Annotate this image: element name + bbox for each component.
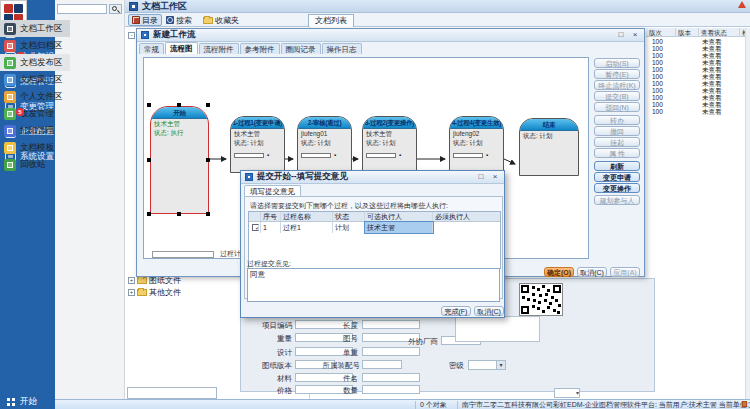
search-input[interactable]: [57, 4, 107, 14]
cancel-button[interactable]: 取消(C): [577, 267, 607, 277]
start-button[interactable]: 开始: [0, 394, 55, 409]
selection-handle[interactable]: [147, 158, 151, 162]
process-table-row[interactable]: ✓ 1 过程1 计划 技术主管: [249, 222, 500, 233]
table-row[interactable]: 100 未查看: [646, 59, 750, 66]
table-row[interactable]: 100 未查看: [646, 87, 750, 94]
nav-item-doc-archive[interactable]: 文档归档区: [0, 37, 70, 54]
node-end[interactable]: 结束 状态: 计划: [519, 118, 579, 176]
column-header-view-status[interactable]: 查看状态: [701, 28, 727, 37]
finish-button[interactable]: 完成(F): [441, 306, 471, 316]
table-scrollbar[interactable]: [745, 28, 750, 399]
close-button[interactable]: ×: [628, 30, 642, 40]
tab-general[interactable]: 常规: [139, 43, 164, 54]
table-row[interactable]: 100 未查看: [646, 101, 750, 108]
catalog-button[interactable]: 目录: [128, 14, 162, 26]
object-count: 0 个对象: [420, 401, 447, 409]
ok-button[interactable]: 确定(O): [544, 267, 574, 277]
nav-item-print[interactable]: 打印管理: [0, 122, 70, 139]
favorites-button[interactable]: 收藏夹: [200, 14, 242, 26]
dialog-tab-fill-opinion[interactable]: 填写提交意见: [244, 185, 301, 196]
search-button[interactable]: [109, 4, 122, 14]
window-icon: [129, 2, 138, 11]
checkbox-checked[interactable]: ✓: [252, 224, 259, 231]
optional-executor-cell[interactable]: 技术主管: [365, 222, 433, 233]
dialog-close-button[interactable]: ×: [488, 172, 502, 182]
selection-handle[interactable]: [206, 158, 210, 162]
selection-handle[interactable]: [177, 212, 181, 216]
chevron-down-icon: ▾: [496, 361, 505, 369]
node-review[interactable]: 2-审核(通过) jiufeng01 状态: 计划 ▪: [297, 116, 352, 173]
tab-flowchart[interactable]: 流程图: [165, 42, 198, 54]
plan-participants-button[interactable]: 规划参与人: [594, 195, 640, 205]
send-receive-icon: 5: [4, 108, 16, 120]
part-name-field[interactable]: [362, 373, 420, 382]
dialog-maximize-button[interactable]: □: [474, 172, 488, 182]
doc-table-rows: 100 未查看 100 未查看 100 未查看 100 未查看: [646, 38, 750, 115]
apply-button[interactable]: 应用(A): [610, 267, 640, 277]
refresh-button[interactable]: 刷新: [594, 161, 640, 171]
reject-button[interactable]: 驳回(N): [594, 102, 640, 112]
tab-process-attachments[interactable]: 流程附件: [199, 43, 239, 54]
table-row[interactable]: 100 未查看: [646, 38, 750, 45]
node-process-4[interactable]: 4-过程4(变更生效) jiufeng02 状态: 计划 ▪: [449, 116, 504, 173]
workflow-window-titlebar[interactable]: 新建工作流: [137, 29, 644, 42]
submit-dialog: 提交开始--填写提交意见 □ × 填写提交意见 请选择需要提交到下面哪个过程，以…: [240, 170, 505, 318]
maximize-button[interactable]: □: [614, 30, 628, 40]
table-row[interactable]: 100 未查看: [646, 80, 750, 87]
nav-item-doc-template[interactable]: 文档模板: [0, 139, 70, 156]
doc-publish-icon: [4, 57, 16, 69]
search-toolbar-button[interactable]: 搜索: [163, 14, 195, 26]
suspend-button[interactable]: 挂起: [594, 137, 640, 147]
start-flow-button[interactable]: 启动(S): [594, 58, 640, 68]
selection-handle[interactable]: [177, 103, 181, 107]
nav-item-doc-obsolete[interactable]: 文档废止区: [0, 71, 70, 88]
comment-textarea[interactable]: [247, 268, 500, 302]
secret-level-select[interactable]: ▾: [468, 360, 506, 370]
field-label: 重量: [240, 334, 292, 343]
tab-review-records[interactable]: 圈阅记录: [281, 43, 321, 54]
assembly-no-field[interactable]: [362, 360, 402, 369]
tree-item-other-files[interactable]: + 其他文件: [128, 287, 181, 298]
pause-button[interactable]: 暂停(E): [594, 69, 640, 79]
selection-handle[interactable]: [206, 103, 210, 107]
length-field[interactable]: [362, 320, 420, 329]
doc-workspace-icon: [4, 23, 16, 35]
table-row[interactable]: 100 未查看: [646, 73, 750, 80]
node-start[interactable]: 开始 技术主管 状态: 执行: [150, 106, 209, 214]
tab-operation-log[interactable]: 操作日志: [322, 43, 362, 54]
table-row[interactable]: 100 未查看: [646, 66, 750, 73]
column-header-version[interactable]: 版本: [678, 28, 691, 37]
quantity-field[interactable]: [362, 385, 420, 394]
node-process-2[interactable]: 3-过程2(变更操作) 技术主管 状态: 计划 ▪: [362, 116, 417, 173]
tab-doc-list[interactable]: 文档列表: [308, 14, 354, 27]
change-operation-button[interactable]: 变更操作: [594, 183, 640, 193]
nav-item-personal-files[interactable]: 个人文件区: [0, 88, 70, 105]
nav-item-doc-workspace[interactable]: 文档工作区: [0, 20, 70, 37]
table-row[interactable]: 100 未查看: [646, 45, 750, 52]
withdraw-button[interactable]: 撤回: [594, 126, 640, 136]
terminate-flow-button[interactable]: 终止流程(K): [594, 80, 640, 90]
tab-reference-attachments[interactable]: 参考附件: [240, 43, 280, 54]
tree-root-expander-icon[interactable]: -: [128, 32, 135, 39]
nav-item-recycle-bin[interactable]: 回收站: [0, 156, 70, 173]
selection-handle[interactable]: [147, 103, 151, 107]
column-header-rev[interactable]: 版次: [649, 28, 662, 37]
table-row[interactable]: 100 未查看: [646, 108, 750, 115]
mini-combo[interactable]: ▾: [554, 388, 580, 398]
properties-button[interactable]: 属 性: [594, 148, 640, 158]
nav-item-doc-publish[interactable]: 文档发布区: [0, 54, 70, 71]
change-request-button[interactable]: 变更申请: [594, 172, 640, 182]
expander-icon[interactable]: +: [128, 289, 135, 296]
table-row[interactable]: 100 未查看: [646, 94, 750, 101]
node-process-1[interactable]: 1-过程1(变更申请) 技术主管 状态: 计划 ▪: [230, 116, 285, 173]
submit-button[interactable]: 提交(B): [594, 91, 640, 101]
dialog-titlebar[interactable]: 提交开始--填写提交意见: [241, 171, 504, 184]
nav-item-send-receive[interactable]: 5 收发管理: [0, 105, 70, 122]
dialog-cancel-button[interactable]: 取消(C): [474, 306, 504, 316]
expander-icon[interactable]: +: [128, 277, 135, 284]
selection-handle[interactable]: [206, 212, 210, 216]
table-row[interactable]: 100 未查看: [646, 52, 750, 59]
selection-handle[interactable]: [147, 212, 151, 216]
transfer-button[interactable]: 转办: [594, 115, 640, 125]
unit-weight-field[interactable]: [362, 347, 420, 356]
